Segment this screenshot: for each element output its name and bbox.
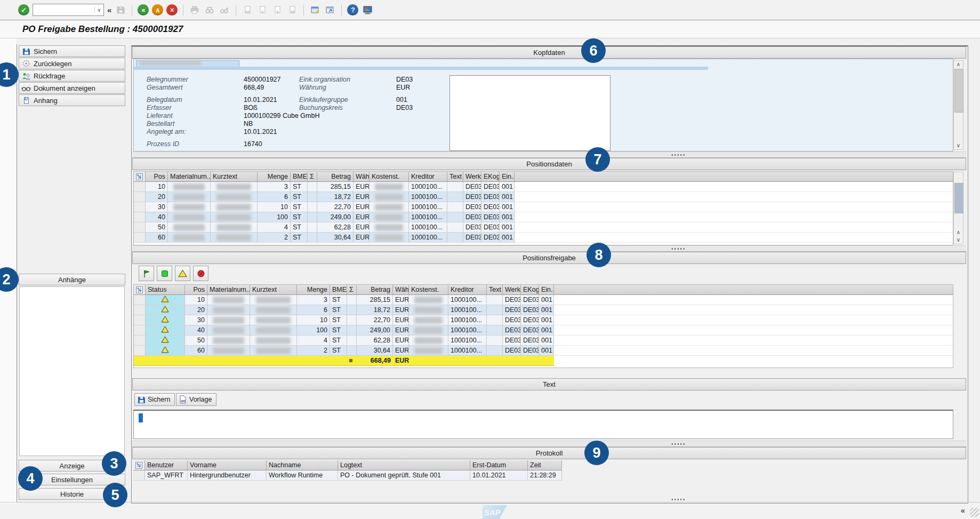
table-row[interactable]: 40100ST249,00EUR1000100...DE03DE03001 (134, 212, 953, 222)
table-row[interactable]: SAP_WFRTHintergrundbenutzerWorkflow Runt… (133, 470, 953, 481)
customize-local-layout-icon[interactable] (362, 4, 373, 16)
set-released-icon[interactable] (157, 266, 172, 281)
column-header[interactable]: Menge (297, 285, 330, 295)
table-row[interactable]: 504ST62,28EUR1000100...DE03DE03001 (134, 222, 953, 233)
column-header[interactable]: Kreditor (448, 285, 487, 295)
select-all-icon[interactable] (134, 172, 146, 182)
column-header[interactable]: Text (487, 285, 503, 295)
text-template-button[interactable]: Vorlage (176, 393, 216, 406)
column-header[interactable]: Σ (347, 285, 357, 295)
continue-icon[interactable]: ✓ (18, 4, 29, 15)
set-rejected-icon[interactable] (193, 266, 208, 281)
table-row[interactable]: 602ST30,64EUR1000100...DE03DE03001 (134, 233, 953, 243)
column-header[interactable]: Wäh (354, 172, 369, 182)
sidebar-button-zur-cklegen[interactable]: Zurücklegen (19, 58, 125, 69)
column-header[interactable]: Ein... (539, 285, 554, 295)
table-row[interactable]: 40100ST249,00EUR1000100...DE03DE03001 (134, 325, 953, 336)
column-header[interactable]: Pos (146, 172, 168, 182)
column-header[interactable]: Pos (185, 285, 207, 295)
splitter-handle[interactable] (132, 151, 966, 158)
splitter-handle[interactable] (132, 245, 966, 252)
table-row[interactable]: 602ST30,64EUR1000100...DE03DE03001 (134, 346, 953, 356)
column-header[interactable]: Erst-Datum (470, 460, 528, 470)
kopfdaten-scrollbar[interactable]: ∧ ∨ (953, 60, 963, 150)
command-input[interactable] (33, 5, 94, 15)
row-select-cell[interactable] (134, 336, 146, 346)
select-all-icon[interactable] (133, 460, 145, 470)
column-header[interactable]: Zeit (528, 460, 562, 470)
header-note-box[interactable] (449, 75, 611, 151)
row-select-cell[interactable] (134, 212, 146, 222)
column-header[interactable]: Logtext (338, 460, 470, 470)
column-header[interactable]: Nachname (267, 460, 338, 470)
attachment-list[interactable] (19, 286, 125, 456)
text-save-button[interactable]: Sichern (134, 393, 175, 406)
column-header[interactable]: Betrag (317, 172, 354, 182)
help-icon[interactable]: ? (347, 4, 358, 15)
collapse-panel-icon[interactable]: « (961, 506, 965, 515)
table-row[interactable]: 103ST285,15EUR1000100...DE03DE03001 (134, 295, 953, 305)
table-row[interactable]: 3010ST22,70EUR1000100...DE03DE03001 (134, 202, 953, 212)
back-icon[interactable]: « (138, 4, 149, 15)
positionsdaten-scrollbar[interactable]: ∧ ∨ (953, 172, 963, 244)
row-select-cell[interactable] (133, 470, 145, 481)
select-all-icon[interactable] (134, 285, 146, 295)
column-header[interactable]: Kurztext (250, 285, 297, 295)
row-select-cell[interactable] (134, 315, 146, 325)
sidebar-button-anhang[interactable]: Anhang (19, 94, 125, 106)
column-header[interactable]: Σ (308, 172, 317, 182)
column-header[interactable]: Kreditor (409, 172, 447, 182)
attachments-header-button[interactable]: Anhänge (19, 274, 125, 285)
column-header[interactable]: Ein... (500, 172, 515, 182)
column-header[interactable]: Text (447, 172, 463, 182)
column-header[interactable]: Vorname (188, 460, 267, 470)
command-field[interactable]: ∨ (33, 4, 104, 16)
cancel-icon[interactable]: × (166, 4, 178, 15)
column-header[interactable]: EKog (521, 285, 539, 295)
row-select-cell[interactable] (134, 325, 146, 336)
table-row[interactable]: 504ST62,28EUR1000100...DE03DE03001 (134, 336, 953, 346)
resize-grip[interactable] (970, 508, 979, 517)
column-header[interactable]: Wäh (393, 285, 409, 295)
column-header[interactable]: Werk (503, 285, 521, 295)
column-header[interactable]: Kostenst. (409, 285, 448, 295)
column-header[interactable]: Werk (463, 172, 481, 182)
table-row[interactable]: 103ST285,15EUR1000100...DE03DE03001 (134, 182, 953, 192)
row-select-cell[interactable] (134, 192, 146, 202)
text-input-area[interactable] (133, 410, 953, 439)
column-header[interactable]: Menge (258, 172, 291, 182)
row-select-cell[interactable] (134, 182, 146, 192)
column-header[interactable]: Kurztext (211, 172, 258, 182)
column-header[interactable]: Materialnum... (168, 172, 211, 182)
row-select-cell[interactable] (134, 346, 146, 356)
splitter-handle[interactable] (132, 496, 966, 501)
column-header[interactable]: Kostenst. (369, 172, 409, 182)
splitter-handle[interactable] (132, 441, 966, 447)
new-session-icon[interactable] (309, 4, 321, 16)
row-select-cell[interactable] (134, 222, 146, 233)
release-flag-icon[interactable] (139, 266, 154, 281)
sidebar-button-r-ckfrage[interactable]: Rückfrage (19, 70, 125, 82)
sidebar-button-sichern[interactable]: Sichern (19, 45, 125, 57)
column-header[interactable]: Benutzer (145, 460, 188, 470)
create-shortcut-icon[interactable] (324, 4, 336, 16)
column-header[interactable]: EKog (481, 172, 500, 182)
row-select-cell[interactable] (134, 295, 146, 305)
row-select-cell[interactable] (134, 202, 146, 212)
column-header[interactable]: Materialnum... (207, 285, 250, 295)
column-header[interactable]: Betrag (357, 285, 393, 295)
cell-werk: DE03 (463, 182, 481, 192)
column-header[interactable]: Status (146, 285, 185, 295)
chevron-down-icon[interactable]: ∨ (94, 7, 103, 13)
collapse-toolbar-icon[interactable]: « (107, 5, 111, 14)
table-row[interactable]: 3010ST22,70EUR1000100...DE03DE03001 (134, 315, 953, 325)
table-row[interactable]: 206ST18,72EUR1000100...DE03DE03001 (134, 192, 953, 202)
set-warning-icon[interactable] (175, 266, 190, 281)
row-select-cell[interactable] (134, 305, 146, 315)
row-select-cell[interactable] (134, 233, 146, 243)
column-header[interactable]: BME (330, 285, 347, 295)
table-row[interactable]: 206ST18,72EUR1000100...DE03DE03001 (134, 305, 953, 315)
column-header[interactable]: BME (291, 172, 308, 182)
sidebar-button-dokument-anzeigen[interactable]: Dokument anzeigen (19, 82, 125, 94)
exit-icon[interactable]: ∧ (152, 4, 163, 15)
